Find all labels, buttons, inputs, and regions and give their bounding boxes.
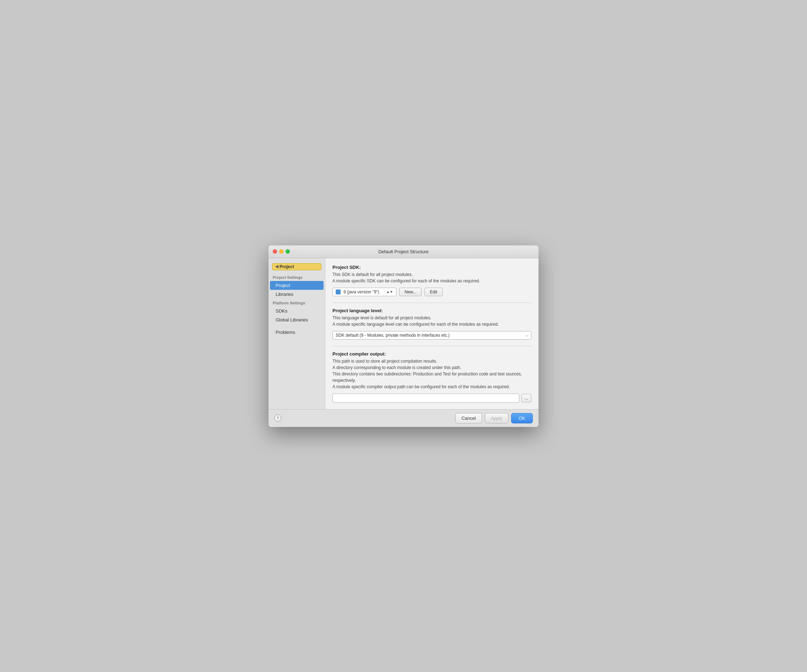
project-sdk-desc2: A module specific SDK can be configured … bbox=[332, 278, 531, 284]
sidebar-item-project[interactable]: Project bbox=[270, 281, 324, 290]
main-window: Default Project Structure ◀ Project Proj… bbox=[269, 246, 538, 427]
compiler-output-desc2: A directory corresponding to each module… bbox=[332, 364, 531, 371]
close-button[interactable] bbox=[273, 249, 277, 254]
traffic-lights bbox=[273, 249, 290, 254]
sidebar: ◀ Project Project Settings Project Libra… bbox=[269, 258, 325, 409]
compiler-output-desc3: This directory contains two subdirectori… bbox=[332, 371, 531, 383]
sdk-value: 9 (java version "9") bbox=[344, 289, 379, 294]
language-level-dropdown[interactable]: SDK default (9 - Modules, private method… bbox=[332, 331, 531, 340]
language-level-section: Project language level: This language le… bbox=[332, 308, 531, 340]
maximize-button[interactable] bbox=[286, 249, 290, 254]
compiler-output-row: ... bbox=[332, 393, 531, 403]
divider-1 bbox=[332, 303, 531, 303]
language-level-value: SDK default (9 - Modules, private method… bbox=[335, 333, 450, 338]
minimize-button[interactable] bbox=[279, 249, 284, 254]
footer-right: Cancel Apply OK bbox=[455, 413, 533, 423]
compiler-output-desc4: A module specific compiler output path c… bbox=[332, 383, 531, 390]
back-button-label: Project bbox=[279, 264, 294, 269]
sdk-row: 9 (java version "9") ▲▼ New... Edit bbox=[332, 288, 531, 296]
footer-left: ? bbox=[274, 415, 281, 421]
browse-button[interactable]: ... bbox=[521, 394, 531, 402]
sdk-icon bbox=[335, 289, 340, 294]
cancel-button[interactable]: Cancel bbox=[455, 413, 482, 423]
window-title: Default Project Structure bbox=[378, 249, 429, 254]
ok-button[interactable]: OK bbox=[511, 413, 533, 423]
project-sdk-title: Project SDK: bbox=[332, 265, 531, 270]
language-level-title: Project language level: bbox=[332, 308, 531, 313]
compiler-output-section: Project compiler output: This path is us… bbox=[332, 351, 531, 403]
compiler-output-input[interactable] bbox=[332, 393, 519, 403]
divider-2 bbox=[332, 346, 531, 346]
chevron-updown-icon: ▲▼ bbox=[386, 290, 393, 294]
sidebar-item-global-libraries[interactable]: Global Libraries bbox=[269, 315, 325, 324]
new-sdk-button[interactable]: New... bbox=[399, 288, 422, 296]
help-button[interactable]: ? bbox=[274, 415, 281, 421]
title-bar: Default Project Structure bbox=[269, 246, 538, 258]
sdk-dropdown[interactable]: 9 (java version "9") ▲▼ bbox=[332, 288, 397, 296]
project-sdk-section: Project SDK: This SDK is default for all… bbox=[332, 265, 531, 296]
main-content: Project SDK: This SDK is default for all… bbox=[325, 258, 538, 409]
back-arrow-icon: ◀ bbox=[275, 264, 278, 269]
language-level-desc1: This language level is default for all p… bbox=[332, 315, 531, 321]
compiler-output-title: Project compiler output: bbox=[332, 351, 531, 357]
language-level-desc2: A module specific language level can be … bbox=[332, 321, 531, 327]
platform-settings-label: Platform Settings bbox=[269, 299, 325, 307]
edit-sdk-button[interactable]: Edit bbox=[425, 288, 443, 296]
sidebar-item-sdks[interactable]: SDKs bbox=[269, 307, 325, 315]
footer: ? Cancel Apply OK bbox=[269, 409, 538, 427]
project-sdk-desc1: This SDK is default for all project modu… bbox=[332, 271, 531, 278]
apply-button[interactable]: Apply bbox=[485, 413, 509, 423]
project-settings-label: Project Settings bbox=[269, 273, 325, 281]
sidebar-item-libraries[interactable]: Libraries bbox=[269, 290, 325, 299]
back-button[interactable]: ◀ Project bbox=[272, 263, 321, 270]
sidebar-item-problems[interactable]: Problems bbox=[269, 328, 325, 337]
chevron-down-icon: ⌄ bbox=[525, 333, 528, 337]
window-body: ◀ Project Project Settings Project Libra… bbox=[269, 258, 538, 409]
compiler-output-desc1: This path is used to store all project c… bbox=[332, 358, 531, 364]
